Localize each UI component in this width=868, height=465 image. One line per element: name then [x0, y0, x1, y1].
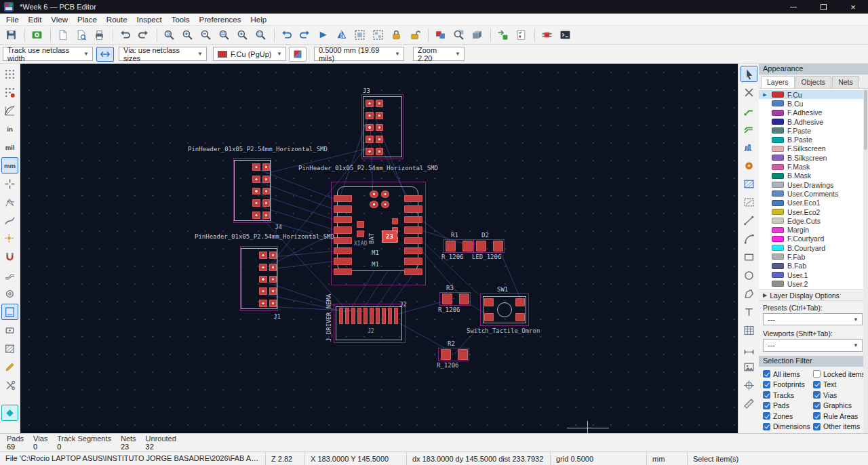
layer-color-swatch[interactable] [772, 127, 784, 134]
draw-arc-button[interactable] [741, 230, 757, 247]
redo-button[interactable] [135, 27, 152, 43]
update-pcb-from-schematic-button[interactable] [494, 27, 511, 43]
toggle-grid-button[interactable] [1, 66, 18, 82]
layer-color-swatch[interactable] [772, 164, 784, 170]
layer-color-swatch[interactable] [772, 155, 784, 161]
highlighted-pad-23[interactable]: 23 [382, 230, 397, 243]
checkbox[interactable] [763, 412, 770, 420]
add-image-button[interactable] [741, 359, 757, 375]
maximize-button[interactable] [808, 0, 838, 14]
checkbox[interactable] [813, 381, 821, 388]
filter-graphics[interactable]: Graphics [813, 401, 867, 409]
menu-view[interactable]: View [46, 14, 73, 25]
presets-select[interactable]: --- ▼ [763, 313, 863, 325]
rotate-cw-button[interactable] [296, 27, 313, 43]
ungroup-button[interactable] [370, 27, 387, 43]
layer-color-swatch[interactable] [772, 263, 784, 269]
draw-line-button[interactable] [741, 212, 757, 228]
units-inches-button[interactable]: in [1, 121, 18, 137]
layer-color-swatch[interactable] [772, 227, 784, 233]
layer-row-f-paste[interactable]: F.Paste [759, 126, 868, 135]
show-layers-manager-button[interactable] [432, 27, 449, 43]
checkbox[interactable] [813, 391, 821, 399]
r1-pads[interactable] [446, 241, 473, 251]
search-footprints-button[interactable] [450, 27, 467, 43]
add-aligned-dimension-button[interactable] [741, 340, 757, 357]
active-layer-select[interactable]: F.Cu (PgUp) ▼ [213, 47, 286, 61]
scripting-console-button[interactable] [557, 27, 574, 43]
menu-file[interactable]: File [1, 14, 24, 25]
print-preview-button[interactable] [73, 27, 90, 43]
zoom-objects-button[interactable] [234, 27, 251, 43]
zoom-fit-button[interactable] [216, 27, 233, 43]
footprint-sw1[interactable]: SW1 Switch_Tactile_Omron [480, 287, 530, 333]
track-width-select[interactable]: Track use netclass width ▼ [3, 47, 93, 61]
checkbox[interactable] [813, 402, 821, 409]
layer-color-swatch[interactable] [772, 173, 784, 179]
filter-other-items[interactable]: Other items [813, 422, 867, 430]
add-text-button[interactable] [741, 304, 757, 320]
sketch-mode-zones-button[interactable] [1, 340, 18, 357]
checkbox[interactable] [763, 402, 770, 409]
footprint-r2[interactable]: R2 R_1206 [438, 341, 471, 371]
filter-zones[interactable]: Zones [763, 412, 813, 420]
add-table-button[interactable] [741, 322, 757, 338]
layer-color-swatch[interactable] [772, 209, 784, 215]
polar-coordinates-button[interactable] [1, 102, 18, 119]
layer-color-swatch[interactable] [772, 236, 784, 242]
auto-track-width-button[interactable] [96, 47, 114, 62]
layout-knife-button[interactable] [1, 377, 18, 393]
xiao-top-pads[interactable] [370, 190, 389, 208]
layer-color-swatch[interactable] [772, 190, 784, 197]
r2-pads[interactable] [441, 349, 468, 360]
tune-track-length-button[interactable] [741, 139, 757, 155]
menu-route[interactable]: Route [102, 14, 132, 25]
mirror-button[interactable] [333, 27, 350, 43]
unlock-button[interactable] [406, 27, 423, 43]
j4-pads[interactable] [252, 163, 270, 219]
draw-rectangle-button[interactable] [741, 249, 757, 265]
footprint-j1[interactable]: J1 [240, 246, 278, 311]
layer-color-swatch[interactable] [772, 100, 784, 106]
footprint-j3[interactable]: J3 [361, 94, 403, 159]
layer-color-swatch[interactable] [772, 146, 784, 152]
footprint-d2[interactable]: D2 LED_1206 [473, 232, 506, 262]
draw-circle-button[interactable] [741, 267, 757, 283]
layer-row-user-comments[interactable]: User.Comments [759, 189, 868, 198]
filter-dimensions[interactable]: Dimensions [763, 422, 813, 430]
3d-viewer-button[interactable] [469, 27, 486, 43]
draft-pencil-button[interactable] [1, 359, 18, 375]
close-button[interactable]: × [838, 0, 868, 14]
layer-row-user-1[interactable]: User.1 [759, 270, 868, 279]
undo-button[interactable] [117, 27, 134, 43]
filter-vias[interactable]: Vias [813, 391, 867, 399]
layer-row-f-courtyard[interactable]: F.Courtyard [759, 235, 868, 243]
via-size-select[interactable]: Via: use netclass sizes ▼ [119, 47, 207, 61]
add-filled-zone-button[interactable] [741, 176, 757, 192]
page-settings-button[interactable] [54, 27, 71, 43]
menu-preferences[interactable]: Preferences [194, 14, 245, 25]
checkbox[interactable] [813, 370, 821, 378]
xiao-right-pads[interactable] [404, 195, 422, 275]
layer-color-swatch[interactable] [772, 200, 784, 206]
layer-pair-button[interactable] [289, 47, 307, 62]
layer-row-f-fab[interactable]: F.Fab [759, 252, 868, 261]
drawing-sheet-button[interactable] [1, 304, 18, 320]
rotate-ccw-button[interactable] [278, 27, 295, 43]
xiao-left-pads[interactable] [334, 195, 352, 275]
layer-display-options[interactable]: ▶ Layer Display Options [759, 289, 868, 301]
cursor-shape-button[interactable] [1, 176, 18, 192]
zoom-select[interactable]: Zoom 2.20 ▼ [413, 47, 465, 61]
layer-row-user-eco1[interactable]: User.Eco1 [759, 199, 868, 207]
filter-pads[interactable]: Pads [763, 401, 813, 409]
zoom-in-button[interactable] [179, 27, 196, 43]
layer-row-b-cu[interactable]: B.Cu [759, 99, 868, 108]
net-highlight-button[interactable] [1, 230, 18, 247]
curved-ratsnest-button[interactable] [1, 212, 18, 228]
tab-objects[interactable]: Objects [795, 76, 832, 88]
layer-color-swatch[interactable] [772, 272, 784, 278]
layer-row-user-drawings[interactable]: User.Drawings [759, 180, 868, 189]
draw-polygon-button[interactable] [741, 285, 757, 302]
sketch-mode-vias-button[interactable] [1, 285, 18, 302]
footprint-r1[interactable]: R1 R_1206 [443, 232, 475, 262]
